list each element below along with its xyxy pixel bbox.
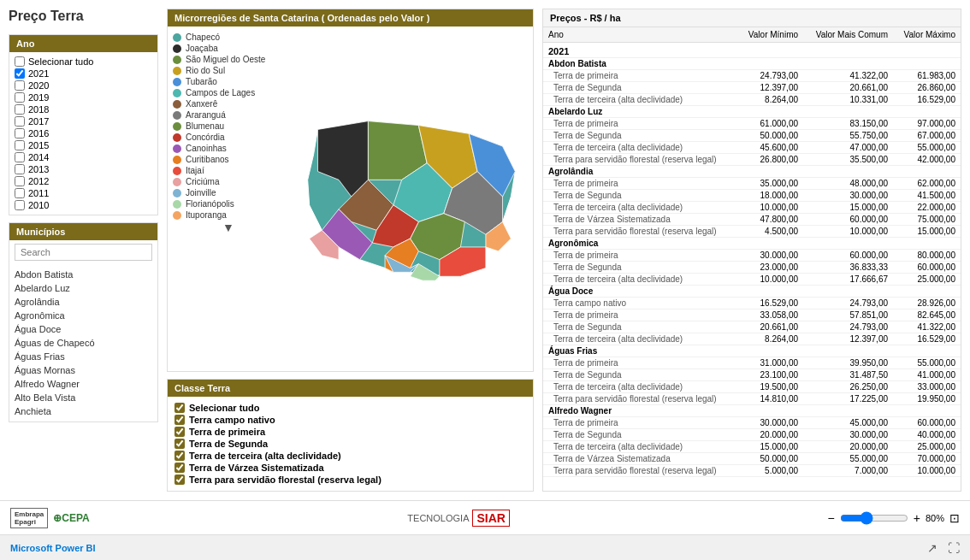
cepa-logo: ⊕CEPA [53, 512, 89, 524]
legend-item: São Miguel do Oeste [173, 54, 284, 65]
zoom-percent: 80% [926, 513, 944, 523]
ano-item-2010[interactable]: 2010 [15, 199, 152, 211]
table-row: Terra de Segunda50.000,0055.750,0067.000… [543, 130, 961, 142]
prices-table[interactable]: Ano Valor Mínimo Valor Mais Comum Valor … [543, 27, 961, 491]
legend-color [173, 33, 181, 42]
classe-item[interactable]: Terra de Várzea Sistematizada [174, 462, 526, 474]
fullscreen-icon[interactable]: ⛶ [948, 541, 960, 555]
table-row: Terra de terceira (alta declividade)19.5… [543, 381, 961, 393]
table-row: Terra de terceira (alta declividade)15.0… [543, 441, 961, 453]
classe-item[interactable]: Terra campo nativo [174, 414, 526, 426]
zoom-minus[interactable]: − [828, 511, 835, 525]
ano-filter-header: Ano [9, 35, 157, 52]
col-min: Valor Mínimo [738, 27, 804, 43]
municipios-filter-box: Municípios Abdon BatistaAbelardo LuzAgro… [9, 222, 158, 422]
ano-item-2020[interactable]: 2020 [15, 80, 152, 91]
year-row: 2021 [543, 43, 961, 58]
municipality-item[interactable]: Alto Bela Vista [15, 391, 152, 404]
municipality-item[interactable]: Agronômica [15, 309, 152, 322]
legend-item: Canoinhas [173, 143, 284, 154]
table-row: Terra de primeira33.058,0057.851,0082.64… [543, 309, 961, 321]
powerbi-footer: Microsoft Power BI ↗ ⛶ [0, 534, 970, 560]
legend-color [173, 133, 181, 142]
map-area [293, 32, 528, 362]
ano-item-2016[interactable]: 2016 [15, 127, 152, 139]
left-panel: Preço Terra Ano Selecionar tudo202120202… [9, 9, 158, 492]
legend-color [173, 144, 181, 153]
fit-icon[interactable]: ⊡ [949, 511, 960, 525]
ano-select-all[interactable]: Selecionar tudo [15, 56, 152, 68]
legend-item: Florianópolis [173, 198, 284, 209]
table-row: Terra de primeira61.000,0083.150,0097.00… [543, 118, 961, 130]
municipality-item[interactable]: Águas Frias [15, 350, 152, 363]
legend-color [173, 189, 181, 197]
legend-item: Ituporanga [173, 209, 284, 221]
municipality-item[interactable]: Abelardo Luz [15, 281, 152, 295]
legend-color [173, 211, 181, 220]
legend-item: Campos de Lages [173, 87, 284, 98]
classe-item[interactable]: Selecionar tudo [174, 402, 526, 414]
classe-header: Classe Terra [168, 380, 533, 397]
legend-more-button[interactable]: ▼ [173, 221, 284, 234]
ano-filter-content[interactable]: Selecionar tudo2021202020192018201720162… [9, 52, 157, 215]
legend-color [173, 100, 181, 109]
ano-item-2013[interactable]: 2013 [15, 163, 152, 175]
table-row: Terra de Segunda12.397,0020.661,0026.860… [543, 82, 961, 94]
search-input[interactable] [15, 244, 152, 261]
ano-filter-box: Ano Selecionar tudo202120202019201820172… [9, 34, 158, 215]
municipality-item[interactable]: Anchieta [15, 404, 152, 418]
municipality-item[interactable]: Alfredo Wagner [15, 377, 152, 391]
table-row: Terra de primeira35.000,0048.000,0062.00… [543, 178, 961, 190]
zoom-slider[interactable] [840, 511, 908, 525]
classe-item[interactable]: Terra de Segunda [174, 438, 526, 450]
legend-color [173, 156, 181, 164]
ano-item-2015[interactable]: 2015 [15, 139, 152, 151]
table-row: Terra de Segunda18.000,0030.000,0041.500… [543, 190, 961, 202]
share-icon[interactable]: ↗ [927, 541, 937, 555]
municipality-item[interactable]: Águas de Chapecó [15, 336, 152, 350]
municipality-item[interactable]: Abdon Batista [15, 268, 152, 281]
ano-item-2019[interactable]: 2019 [15, 91, 152, 103]
middle-panel: Microrregiões de Santa Catarina ( Ordena… [167, 9, 534, 492]
map-header: Microrregiões de Santa Catarina ( Ordena… [168, 9, 533, 27]
classe-item[interactable]: Terra de terceira (alta declividade) [174, 450, 526, 462]
ano-item-2017[interactable]: 2017 [15, 115, 152, 127]
legend-item: Chapecó [173, 32, 284, 43]
legend-item: Blumenau [173, 121, 284, 132]
municipality-item[interactable]: Agrolândia [15, 295, 152, 309]
classe-item[interactable]: Terra de primeira [174, 426, 526, 438]
zoom-plus[interactable]: + [914, 511, 920, 525]
sc-map-svg [293, 32, 528, 362]
table-row: Terra de primeira24.793,0041.322,0061.98… [543, 70, 961, 82]
footer-center: TECNOLOGIA SIAR [407, 510, 510, 527]
legend-item: Itajaí [173, 165, 284, 176]
table-row: Terra de Segunda23.100,0031.487,5041.000… [543, 369, 961, 381]
table-row: Terra campo nativo16.529,0024.793,0028.9… [543, 298, 961, 309]
classe-content: Selecionar tudoTerra campo nativoTerra d… [168, 397, 533, 491]
municipality-item[interactable]: Água Doce [15, 322, 152, 336]
ano-item-2011[interactable]: 2011 [15, 187, 152, 199]
table-row: Terra para servidão florestal (reserva l… [543, 465, 961, 477]
ano-item-2021[interactable]: 2021 [15, 68, 152, 80]
municipality-item[interactable]: Águas Mornas [15, 363, 152, 377]
siar-logo: SIAR [472, 510, 509, 527]
footer-left: EmbrapaEpagri ⊕CEPA [10, 508, 90, 528]
ano-item-2018[interactable]: 2018 [15, 103, 152, 115]
powerbi-link[interactable]: Microsoft Power BI [10, 543, 96, 553]
table-row: Terra de Segunda20.000,0030.000,0040.000… [543, 429, 961, 441]
zoom-controls: − + 80% ⊡ [828, 511, 960, 525]
city-row: Agrolândia [543, 166, 961, 178]
right-panel: Preços - R$ / ha Ano Valor Mínimo Valor … [542, 9, 961, 492]
table-row: Terra de terceira (alta declividade)8.26… [543, 333, 961, 345]
ano-item-2012[interactable]: 2012 [15, 175, 152, 187]
ano-item-2014[interactable]: 2014 [15, 151, 152, 163]
table-row: Terra de Segunda20.661,0024.793,0041.322… [543, 321, 961, 333]
classe-item[interactable]: Terra para servidão florestal (reserva l… [174, 474, 526, 486]
footer-logos: EmbrapaEpagri ⊕CEPA [10, 508, 90, 528]
table-row: Terra de terceira (alta declividade)8.26… [543, 94, 961, 106]
legend-color [173, 122, 181, 131]
table-row: Terra de terceira (alta declividade)45.6… [543, 142, 961, 154]
legend-color [173, 56, 181, 64]
table-row: Terra de Várzea Sistematizada47.800,0060… [543, 214, 961, 226]
legend-item: Joinville [173, 187, 284, 198]
